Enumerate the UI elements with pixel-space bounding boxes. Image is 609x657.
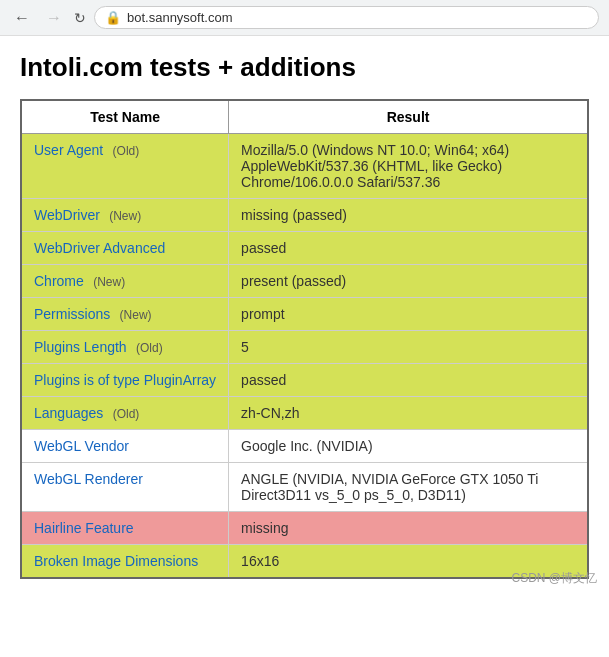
test-name: Plugins Length — [34, 339, 127, 355]
test-name-cell: WebGL Renderer — [21, 463, 229, 512]
browser-bar: ← → ↻ 🔒 bot.sannysoft.com — [0, 0, 609, 36]
test-tag: (New) — [116, 308, 151, 322]
table-row: WebGL VendorGoogle Inc. (NVIDIA) — [21, 430, 588, 463]
test-name-cell: User Agent (Old) — [21, 134, 229, 199]
test-name: Broken Image Dimensions — [34, 553, 198, 569]
table-row: WebDriver (New)missing (passed) — [21, 199, 588, 232]
test-result-cell: ANGLE (NVIDIA, NVIDIA GeForce GTX 1050 T… — [229, 463, 588, 512]
test-result: ANGLE (NVIDIA, NVIDIA GeForce GTX 1050 T… — [241, 471, 538, 503]
table-row: Plugins is of type PluginArraypassed — [21, 364, 588, 397]
test-name: Hairline Feature — [34, 520, 134, 536]
test-result: Google Inc. (NVIDIA) — [241, 438, 373, 454]
test-name: WebDriver Advanced — [34, 240, 165, 256]
test-name: Languages — [34, 405, 103, 421]
test-result-cell: Mozilla/5.0 (Windows NT 10.0; Win64; x64… — [229, 134, 588, 199]
test-result: passed — [241, 372, 286, 388]
test-name: WebGL Renderer — [34, 471, 143, 487]
test-name: WebDriver — [34, 207, 100, 223]
table-row: WebDriver Advancedpassed — [21, 232, 588, 265]
table-row: Hairline Featuremissing — [21, 512, 588, 545]
table-row: Chrome (New)present (passed) — [21, 265, 588, 298]
test-name-cell: Permissions (New) — [21, 298, 229, 331]
address-bar[interactable]: 🔒 bot.sannysoft.com — [94, 6, 599, 29]
test-result-cell: missing (passed) — [229, 199, 588, 232]
url-text: bot.sannysoft.com — [127, 10, 233, 25]
lock-icon: 🔒 — [105, 10, 121, 25]
page-title: Intoli.com tests + additions — [20, 52, 589, 83]
test-tag: (New) — [106, 209, 141, 223]
test-name-cell: Plugins Length (Old) — [21, 331, 229, 364]
test-name-cell: Broken Image Dimensions — [21, 545, 229, 579]
test-name-cell: WebDriver (New) — [21, 199, 229, 232]
reload-button[interactable]: ↻ — [74, 10, 86, 26]
test-name-cell: Languages (Old) — [21, 397, 229, 430]
test-name: Plugins is of type PluginArray — [34, 372, 216, 388]
test-result-cell: present (passed) — [229, 265, 588, 298]
test-name-cell: Chrome (New) — [21, 265, 229, 298]
test-name-cell: Plugins is of type PluginArray — [21, 364, 229, 397]
test-result-cell: 5 — [229, 331, 588, 364]
test-result: missing (passed) — [241, 207, 347, 223]
table-row: WebGL RendererANGLE (NVIDIA, NVIDIA GeFo… — [21, 463, 588, 512]
test-result-cell: passed — [229, 232, 588, 265]
test-result: present (passed) — [241, 273, 346, 289]
watermark: CSDN @博文忆 — [511, 570, 597, 587]
test-tag: (Old) — [109, 407, 139, 421]
test-result-cell: Google Inc. (NVIDIA) — [229, 430, 588, 463]
test-result: Mozilla/5.0 (Windows NT 10.0; Win64; x64… — [241, 142, 509, 190]
test-result: passed — [241, 240, 286, 256]
test-tag: (Old) — [109, 144, 139, 158]
test-tag: (New) — [90, 275, 125, 289]
table-row: Permissions (New)prompt — [21, 298, 588, 331]
col1-header: Test Name — [21, 100, 229, 134]
test-name-cell: WebDriver Advanced — [21, 232, 229, 265]
test-result: zh-CN,zh — [241, 405, 299, 421]
page-content: Intoli.com tests + additions Test Name R… — [0, 36, 609, 595]
test-result: 5 — [241, 339, 249, 355]
table-row: Plugins Length (Old)5 — [21, 331, 588, 364]
test-result-cell: prompt — [229, 298, 588, 331]
test-table: Test Name Result User Agent (Old)Mozilla… — [20, 99, 589, 579]
test-result: missing — [241, 520, 288, 536]
table-row: Broken Image Dimensions16x16 — [21, 545, 588, 579]
back-button[interactable]: ← — [10, 7, 34, 29]
test-name: User Agent — [34, 142, 103, 158]
table-row: Languages (Old)zh-CN,zh — [21, 397, 588, 430]
test-name: Permissions — [34, 306, 110, 322]
forward-button[interactable]: → — [42, 7, 66, 29]
table-row: User Agent (Old)Mozilla/5.0 (Windows NT … — [21, 134, 588, 199]
test-result-cell: zh-CN,zh — [229, 397, 588, 430]
test-tag: (Old) — [133, 341, 163, 355]
col2-header: Result — [229, 100, 588, 134]
test-name: WebGL Vendor — [34, 438, 129, 454]
test-result-cell: missing — [229, 512, 588, 545]
test-name-cell: Hairline Feature — [21, 512, 229, 545]
test-result: prompt — [241, 306, 285, 322]
test-name-cell: WebGL Vendor — [21, 430, 229, 463]
test-result-cell: passed — [229, 364, 588, 397]
test-result: 16x16 — [241, 553, 279, 569]
test-name: Chrome — [34, 273, 84, 289]
